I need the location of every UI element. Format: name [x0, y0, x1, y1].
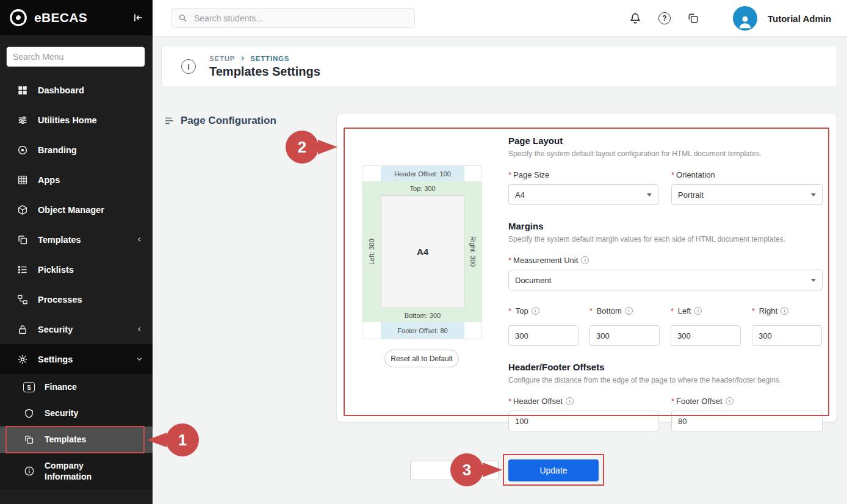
sidebar-header: eBECAS: [0, 0, 153, 35]
lock-icon: [16, 324, 29, 335]
page-size-label: *Page Size: [508, 170, 658, 179]
sidebar-subitem-label: Finance: [45, 381, 77, 392]
sidebar-subitem-label: Templates: [45, 434, 86, 445]
sidebar-subitem-security[interactable]: Security: [0, 400, 153, 427]
sidebar-item-object-manager[interactable]: Object Manager: [0, 195, 153, 225]
header-offset-input[interactable]: [508, 411, 658, 431]
sidebar-item-utilities-home[interactable]: Utilities Home: [0, 105, 153, 135]
windows-overlap-icon[interactable]: [685, 10, 702, 27]
footer-offset-label: *Footer Offseti: [671, 397, 823, 406]
sidebar-subitem-company-information[interactable]: Company Information: [0, 453, 153, 489]
orientation-label: *Orientation: [671, 170, 823, 179]
page-size-select[interactable]: A4: [508, 184, 658, 205]
measurement-unit-label: *Measurement Uniti: [508, 256, 823, 265]
sidebar-collapse-icon[interactable]: [132, 12, 144, 24]
breadcrumb-settings[interactable]: SETTINGS: [250, 55, 289, 62]
search-icon: [178, 13, 188, 23]
chevron-right-icon: [240, 56, 245, 61]
sidebar-item-label: Security: [38, 325, 126, 334]
notifications-bell-icon[interactable]: [627, 10, 644, 27]
sidebar-search: [6, 46, 145, 67]
offsets-heading: Header/Footer Offsets: [508, 362, 823, 372]
sidebar-search-input[interactable]: [6, 46, 145, 67]
sidebar-item-templates[interactable]: Templates: [0, 225, 153, 254]
cancel-button[interactable]: [410, 461, 499, 480]
reset-all-to-default-button[interactable]: Reset all to Default: [384, 350, 459, 367]
page-configuration-card: Header Offset: 100 Top: 300 Left: 300 Ri…: [336, 113, 837, 422]
gear-icon: [16, 354, 29, 365]
templates-copy-icon: [16, 234, 29, 245]
measurement-unit-select[interactable]: Document: [508, 270, 823, 290]
user-avatar[interactable]: [733, 6, 757, 31]
sidebar: eBECAS Dashboard Utilities Home Branding: [0, 0, 153, 504]
info-icon: [23, 466, 35, 477]
page-preview-diagram: Header Offset: 100 Top: 300 Left: 300 Ri…: [362, 165, 482, 339]
right-margin-input[interactable]: [752, 325, 822, 346]
preview-left-margin: Left: 300: [362, 181, 381, 322]
preview-header-offset: Header Offset: 100: [381, 166, 464, 181]
sidebar-item-dashboard[interactable]: Dashboard: [0, 75, 153, 105]
top-margin-input[interactable]: [508, 325, 578, 346]
info-icon: i: [694, 307, 702, 315]
margins-description: Specify the system default margin values…: [508, 235, 823, 243]
preview-top-margin: Top: 300: [381, 181, 464, 195]
user-name[interactable]: Tutorial Admin: [768, 0, 831, 37]
header-offset-label: *Header Offseti: [508, 397, 658, 406]
preview-bottom-margin: Bottom: 300: [381, 308, 464, 322]
sidebar-item-label: Utilities Home: [38, 115, 144, 125]
help-icon[interactable]: ?: [656, 10, 673, 27]
section-title: Page Configuration: [181, 115, 276, 127]
update-button[interactable]: Update: [508, 459, 599, 481]
cube-icon: [16, 204, 29, 215]
left-margin-input[interactable]: [671, 325, 741, 346]
breadcrumb-setup[interactable]: SETUP: [209, 55, 235, 62]
chevron-down-icon: [135, 355, 144, 364]
sidebar-item-apps[interactable]: Apps: [0, 165, 153, 195]
settings-submenu: $ Finance Security Templates Company Inf…: [0, 374, 153, 489]
sidebar-item-label: Dashboard: [38, 85, 144, 95]
preview-page-label: A4: [381, 195, 464, 308]
page-layout-form: Page Layout Specify the system default l…: [508, 131, 823, 445]
info-icon: i: [566, 397, 574, 405]
sidebar-item-label: Object Manager: [38, 205, 144, 215]
preview-right-margin: Right: 300: [464, 181, 481, 322]
top-margin-label: * Topi: [508, 306, 578, 315]
chevron-down-icon: [647, 193, 652, 196]
sidebar-item-label: Branding: [38, 145, 144, 155]
orientation-select[interactable]: Portrait: [671, 184, 823, 205]
page-header-card: i SETUP SETTINGS Templates Settings: [161, 46, 837, 87]
margins-heading: Margins: [508, 221, 823, 231]
sidebar-item-settings[interactable]: Settings: [0, 344, 153, 374]
sliders-icon: [16, 115, 29, 126]
sidebar-item-processes[interactable]: Processes: [0, 284, 153, 314]
sidebar-subitem-label: Company Information: [45, 460, 124, 482]
sidebar-item-branding[interactable]: Branding: [0, 135, 153, 165]
topbar-search: [171, 8, 415, 28]
footer-offset-input[interactable]: [671, 411, 823, 431]
app-title: eBECAS: [34, 10, 126, 25]
page-layout-description: Specify the system default layout config…: [508, 149, 823, 158]
list-lines-icon: [164, 115, 175, 126]
branding-icon: [16, 145, 29, 156]
sidebar-item-security[interactable]: Security: [0, 314, 153, 344]
process-flow-icon: [16, 294, 29, 305]
sidebar-item-picklists[interactable]: Picklists: [0, 254, 153, 284]
student-search-input[interactable]: [193, 13, 408, 24]
info-icon: i: [780, 307, 788, 315]
sidebar-subitem-finance[interactable]: $ Finance: [0, 374, 153, 400]
bottom-margin-input[interactable]: [589, 325, 660, 346]
templates-copy-icon: [23, 434, 35, 445]
info-icon: i: [532, 307, 539, 315]
sidebar-menu: Dashboard Utilities Home Branding Apps O…: [0, 75, 153, 489]
bottom-margin-label: * Bottomi: [589, 306, 660, 315]
finance-dollar-icon: $: [23, 382, 35, 392]
app-root: eBECAS Dashboard Utilities Home Branding: [0, 0, 847, 504]
chevron-down-icon: [811, 279, 816, 282]
dashboard-icon: [16, 85, 29, 96]
list-icon: [16, 264, 29, 275]
preview-footer-offset: Footer Offset: 80: [381, 322, 464, 339]
sidebar-subitem-templates[interactable]: Templates: [0, 427, 153, 453]
section-header: Page Configuration: [164, 115, 276, 127]
shield-icon: [23, 408, 35, 419]
sidebar-item-label: Processes: [38, 295, 144, 304]
